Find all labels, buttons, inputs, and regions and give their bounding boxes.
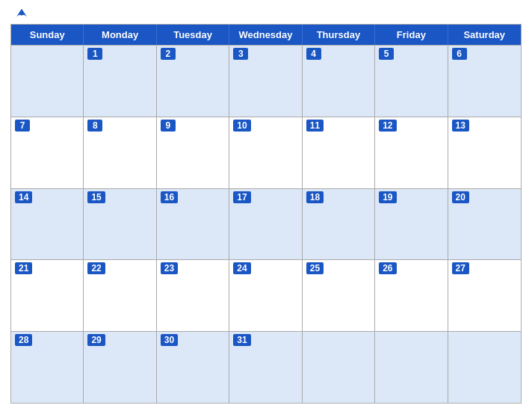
day-number: 17 (233, 191, 250, 203)
day-header-thursday: Thursday (303, 25, 375, 45)
day-cell: 3 (229, 46, 302, 117)
page: SundayMondayTuesdayWednesdayThursdayFrid… (0, 0, 532, 411)
day-number: 8 (87, 120, 102, 132)
day-number: 24 (233, 262, 250, 274)
day-number: 13 (452, 120, 469, 132)
calendar: SundayMondayTuesdayWednesdayThursdayFrid… (10, 24, 522, 404)
day-cell: 6 (448, 46, 521, 117)
calendar-body: 1234567891011121314151617181920212223242… (11, 45, 521, 403)
day-cell: 31 (229, 332, 302, 403)
day-cell (303, 332, 375, 403)
day-header-sunday: Sunday (11, 25, 84, 45)
header (10, 7, 522, 19)
day-cell: 17 (229, 189, 302, 260)
day-cell (448, 332, 521, 403)
week-row-1: 78910111213 (11, 117, 521, 188)
day-cell: 22 (84, 260, 156, 331)
day-cell: 9 (157, 117, 229, 188)
day-number: 27 (452, 262, 469, 274)
day-number: 28 (15, 334, 32, 346)
day-cell: 4 (303, 46, 375, 117)
day-cell (11, 46, 84, 117)
day-number: 19 (379, 191, 396, 203)
day-cell: 28 (11, 332, 84, 403)
day-cell: 24 (229, 260, 302, 331)
day-number: 3 (233, 48, 248, 60)
day-number: 7 (15, 120, 30, 132)
day-number: 23 (161, 262, 178, 274)
calendar-header-row: SundayMondayTuesdayWednesdayThursdayFrid… (11, 25, 521, 45)
day-number: 10 (233, 120, 250, 132)
day-cell: 27 (448, 260, 521, 331)
day-cell: 30 (157, 332, 229, 403)
day-number: 15 (87, 191, 105, 203)
day-number: 4 (306, 48, 321, 60)
day-number: 25 (306, 262, 324, 274)
day-number: 22 (87, 262, 105, 274)
day-header-wednesday: Wednesday (229, 25, 302, 45)
day-cell: 21 (11, 260, 84, 331)
day-cell: 11 (303, 117, 375, 188)
day-cell: 14 (11, 189, 84, 260)
day-cell: 26 (375, 260, 448, 331)
day-cell: 19 (375, 189, 448, 260)
day-cell: 12 (375, 117, 448, 188)
day-cell: 29 (84, 332, 156, 403)
day-cell: 5 (375, 46, 448, 117)
week-row-4: 28293031 (11, 331, 521, 403)
day-number: 11 (306, 120, 324, 132)
day-number: 9 (161, 120, 176, 132)
week-row-3: 21222324252627 (11, 259, 521, 331)
day-number: 30 (161, 334, 178, 346)
day-cell: 1 (84, 46, 156, 117)
day-header-tuesday: Tuesday (157, 25, 229, 45)
day-number: 12 (379, 120, 396, 132)
day-header-friday: Friday (375, 25, 448, 45)
day-number: 2 (161, 48, 176, 60)
day-number: 6 (452, 48, 467, 60)
day-number: 20 (452, 191, 469, 203)
day-number: 31 (233, 334, 250, 346)
day-number: 26 (379, 262, 396, 274)
day-cell: 16 (157, 189, 229, 260)
day-cell: 13 (448, 117, 521, 188)
day-cell: 23 (157, 260, 229, 331)
day-cell (375, 332, 448, 403)
day-header-monday: Monday (84, 25, 156, 45)
day-number: 1 (87, 48, 102, 60)
logo (10, 7, 28, 19)
day-cell: 25 (303, 260, 375, 331)
day-cell: 8 (84, 117, 156, 188)
week-row-2: 14151617181920 (11, 188, 521, 260)
week-row-0: 123456 (11, 45, 521, 117)
day-cell: 7 (11, 117, 84, 188)
day-cell: 2 (157, 46, 229, 117)
logo-bird-icon (15, 7, 28, 19)
day-cell: 20 (448, 189, 521, 260)
day-cell: 10 (229, 117, 302, 188)
day-cell: 18 (303, 189, 375, 260)
day-number: 5 (379, 48, 394, 60)
day-number: 18 (306, 191, 324, 203)
day-header-saturday: Saturday (448, 25, 521, 45)
day-cell: 15 (84, 189, 156, 260)
day-number: 21 (15, 262, 32, 274)
day-number: 29 (87, 334, 105, 346)
day-number: 14 (15, 191, 32, 203)
day-number: 16 (161, 191, 178, 203)
